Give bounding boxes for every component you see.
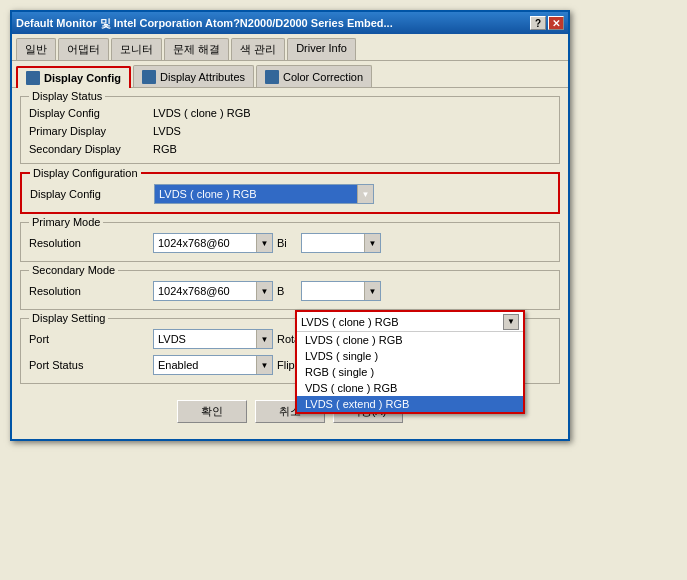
display-configuration-title: Display Configuration	[30, 167, 141, 179]
primary-resolution-label: Resolution	[29, 237, 149, 249]
display-status-title: Display Status	[29, 90, 105, 102]
primary-resolution-arrow[interactable]: ▼	[256, 234, 272, 252]
primary-resolution-value: 1024x768@60	[158, 237, 268, 249]
status-row-secondary: Secondary Display RGB	[29, 143, 551, 155]
popup-item-3[interactable]: VDS ( clone ) RGB	[297, 380, 523, 396]
display-config-row: Display Config LVDS ( clone ) RGB ▼	[30, 184, 550, 204]
status-display-config-label: Display Config	[29, 107, 149, 119]
port-value: LVDS	[158, 333, 268, 345]
primary-mode-title: Primary Mode	[29, 216, 103, 228]
display-config-selected: LVDS ( clone ) RGB	[159, 188, 369, 200]
tab-driver-info[interactable]: Driver Info	[287, 38, 356, 60]
port-status-label: Port Status	[29, 359, 149, 371]
secondary-mode-title: Secondary Mode	[29, 264, 118, 276]
port-status-arrow[interactable]: ▼	[256, 356, 272, 374]
popup-item-0[interactable]: LVDS ( clone ) RGB	[297, 332, 523, 348]
popup-header-text: LVDS ( clone ) RGB	[301, 316, 399, 328]
display-config-label: Display Config	[30, 188, 150, 200]
display-config-icon	[26, 71, 40, 85]
color-correction-icon	[265, 70, 279, 84]
primary-resolution-row: Resolution 1024x768@60 ▼ Bi ▼	[29, 233, 551, 253]
title-bar-buttons: ? ✕	[530, 16, 564, 30]
window-title: Default Monitor 및 Intel Corporation Atom…	[16, 16, 393, 31]
primary-bit-dropdown[interactable]: ▼	[301, 233, 381, 253]
status-primary-label: Primary Display	[29, 125, 149, 137]
display-setting-title: Display Setting	[29, 312, 108, 324]
tab-display-attributes[interactable]: Display Attributes	[133, 65, 254, 87]
display-configuration-group: Display Configuration Display Config LVD…	[20, 172, 560, 214]
tab-display-attributes-label: Display Attributes	[160, 71, 245, 83]
popup-item-2[interactable]: RGB ( single )	[297, 364, 523, 380]
status-secondary-label: Secondary Display	[29, 143, 149, 155]
tab-bar-second: Display Config Display Attributes Color …	[12, 61, 568, 88]
status-display-config-value: LVDS ( clone ) RGB	[153, 107, 251, 119]
display-status-group: Display Status Display Config LVDS ( clo…	[20, 96, 560, 164]
secondary-resolution-value: 1024x768@60	[158, 285, 268, 297]
popup-item-1[interactable]: LVDS ( single )	[297, 348, 523, 364]
secondary-resolution-label: Resolution	[29, 285, 149, 297]
title-bar-left: Default Monitor 및 Intel Corporation Atom…	[16, 16, 530, 31]
tab-display-config-label: Display Config	[44, 72, 121, 84]
primary-bit-label: Bi	[277, 237, 297, 249]
secondary-resolution-dropdown[interactable]: 1024x768@60 ▼	[153, 281, 273, 301]
status-secondary-value: RGB	[153, 143, 177, 155]
primary-mode-group: Primary Mode Resolution 1024x768@60 ▼ Bi…	[20, 222, 560, 262]
dropdown-popup: LVDS ( clone ) RGB ▼ LVDS ( clone ) RGB …	[295, 310, 525, 414]
port-arrow[interactable]: ▼	[256, 330, 272, 348]
secondary-bit-dropdown[interactable]: ▼	[301, 281, 381, 301]
secondary-bit-arrow[interactable]: ▼	[364, 282, 380, 300]
tab-display-config[interactable]: Display Config	[16, 66, 131, 88]
port-label: Port	[29, 333, 149, 345]
ok-button[interactable]: 확인	[177, 400, 247, 423]
port-dropdown[interactable]: LVDS ▼	[153, 329, 273, 349]
popup-header-arrow[interactable]: ▼	[503, 314, 519, 330]
tab-monitor[interactable]: 모니터	[111, 38, 162, 60]
secondary-mode-group: Secondary Mode Resolution 1024x768@60 ▼ …	[20, 270, 560, 310]
secondary-bit-label: B	[277, 285, 297, 297]
status-row-primary: Primary Display LVDS	[29, 125, 551, 137]
display-config-dropdown[interactable]: LVDS ( clone ) RGB ▼	[154, 184, 374, 204]
primary-resolution-dropdown[interactable]: 1024x768@60 ▼	[153, 233, 273, 253]
primary-bit-arrow[interactable]: ▼	[364, 234, 380, 252]
secondary-resolution-row: Resolution 1024x768@60 ▼ B ▼	[29, 281, 551, 301]
status-primary-value: LVDS	[153, 125, 181, 137]
tab-troubleshoot[interactable]: 문제 해결	[164, 38, 229, 60]
tab-adapter[interactable]: 어댑터	[58, 38, 109, 60]
port-status-value: Enabled	[158, 359, 268, 371]
display-config-dropdown-arrow[interactable]: ▼	[357, 185, 373, 203]
popup-header: LVDS ( clone ) RGB ▼	[297, 312, 523, 332]
tab-bar-top: 일반 어댑터 모니터 문제 해결 색 관리 Driver Info	[12, 34, 568, 61]
tab-general[interactable]: 일반	[16, 38, 56, 60]
tab-color-correction-label: Color Correction	[283, 71, 363, 83]
close-button[interactable]: ✕	[548, 16, 564, 30]
status-row-display-config: Display Config LVDS ( clone ) RGB	[29, 107, 551, 119]
popup-item-4[interactable]: LVDS ( extend ) RGB	[297, 396, 523, 412]
port-status-dropdown[interactable]: Enabled ▼	[153, 355, 273, 375]
tab-color-correction[interactable]: Color Correction	[256, 65, 372, 87]
title-bar: Default Monitor 및 Intel Corporation Atom…	[12, 12, 568, 34]
help-button[interactable]: ?	[530, 16, 546, 30]
secondary-resolution-arrow[interactable]: ▼	[256, 282, 272, 300]
display-attributes-icon	[142, 70, 156, 84]
tab-color-manage[interactable]: 색 관리	[231, 38, 285, 60]
